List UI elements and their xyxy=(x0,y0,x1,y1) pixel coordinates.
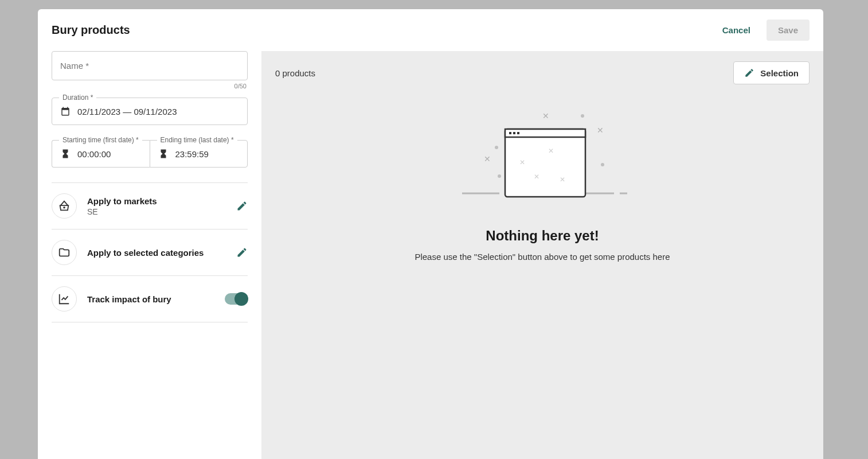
svg-point-0 xyxy=(64,207,65,208)
markets-value: SE xyxy=(87,207,226,216)
bury-products-modal: Bury products Cancel Save 0/50 Duration … xyxy=(38,9,823,459)
product-count: 0 products xyxy=(275,68,315,78)
svg-text:✕: ✕ xyxy=(534,173,539,181)
svg-rect-7 xyxy=(513,132,515,134)
chart-icon xyxy=(58,293,71,305)
selection-button[interactable]: Selection xyxy=(733,61,810,84)
right-header: 0 products Selection xyxy=(275,61,810,84)
markets-content: Apply to markets SE xyxy=(87,196,226,216)
pencil-icon[interactable] xyxy=(236,247,248,258)
svg-text:✕: ✕ xyxy=(560,176,565,184)
end-time-field[interactable]: Ending time (last date) * 23:59:59 xyxy=(150,140,248,168)
svg-point-18 xyxy=(601,163,604,166)
track-content: Track impact of bury xyxy=(87,294,214,304)
empty-state: ✕ ✕ ✕ ✕ ✕ ✕ ✕ Nothing here yet! Please u… xyxy=(275,102,810,262)
categories-row: Apply to selected categories xyxy=(52,229,248,275)
name-char-count: 0/50 xyxy=(52,83,248,90)
modal-title: Bury products xyxy=(52,24,130,37)
empty-illustration: ✕ ✕ ✕ ✕ ✕ ✕ ✕ xyxy=(456,107,628,211)
svg-text:✕: ✕ xyxy=(519,158,525,166)
basket-icon-circle xyxy=(52,193,77,219)
track-row: Track impact of bury xyxy=(52,275,248,322)
categories-content: Apply to selected categories xyxy=(87,248,226,258)
start-time-field[interactable]: Starting time (first date) * 00:00:00 xyxy=(52,140,150,168)
hourglass-icon xyxy=(158,149,169,159)
svg-rect-8 xyxy=(517,132,519,134)
save-button[interactable]: Save xyxy=(767,20,810,41)
empty-title: Nothing here yet! xyxy=(486,228,599,244)
duration-field[interactable]: Duration * 02/11/2023 — 09/11/2023 xyxy=(52,98,248,125)
cancel-button[interactable]: Cancel xyxy=(715,21,757,40)
svg-point-17 xyxy=(581,114,584,118)
name-field xyxy=(52,51,248,80)
empty-subtitle: Please use the "Selection" button above … xyxy=(415,252,670,262)
name-input[interactable] xyxy=(52,51,248,80)
end-time-label: Ending time (last date) * xyxy=(157,136,237,144)
hourglass-icon xyxy=(60,149,71,159)
categories-title: Apply to selected categories xyxy=(87,248,226,258)
left-panel: 0/50 Duration * 02/11/2023 — 09/11/2023 … xyxy=(38,51,261,459)
header-actions: Cancel Save xyxy=(715,20,810,41)
track-toggle[interactable] xyxy=(225,293,248,305)
modal-header: Bury products Cancel Save xyxy=(38,9,823,51)
modal-body: 0/50 Duration * 02/11/2023 — 09/11/2023 … xyxy=(38,51,823,459)
folder-icon-circle xyxy=(52,240,77,265)
pencil-icon[interactable] xyxy=(236,200,248,212)
svg-text:✕: ✕ xyxy=(542,111,549,120)
toggle-knob xyxy=(234,292,248,306)
start-time-value: 00:00:00 xyxy=(77,149,111,159)
basket-icon xyxy=(58,200,71,212)
right-panel: 0 products Selection xyxy=(261,51,823,459)
svg-text:✕: ✕ xyxy=(597,126,604,135)
markets-row: Apply to markets SE xyxy=(52,182,248,229)
svg-point-19 xyxy=(498,174,501,178)
svg-text:✕: ✕ xyxy=(548,147,554,155)
chart-icon-circle xyxy=(52,286,77,312)
selection-label: Selection xyxy=(760,68,799,78)
start-time-label: Starting time (first date) * xyxy=(59,136,142,144)
svg-text:✕: ✕ xyxy=(484,154,491,164)
duration-label: Duration * xyxy=(59,94,96,102)
time-row: Starting time (first date) * 00:00:00 En… xyxy=(52,140,248,168)
markets-title: Apply to markets xyxy=(87,196,226,206)
calendar-icon xyxy=(60,106,71,116)
svg-rect-4 xyxy=(505,129,585,197)
folder-icon xyxy=(58,246,71,259)
svg-rect-6 xyxy=(509,132,511,134)
end-time-value: 23:59:59 xyxy=(175,149,209,159)
track-title: Track impact of bury xyxy=(87,294,214,304)
svg-point-16 xyxy=(495,146,498,149)
pencil-icon xyxy=(744,68,754,78)
duration-value: 02/11/2023 — 09/11/2023 xyxy=(77,107,177,116)
